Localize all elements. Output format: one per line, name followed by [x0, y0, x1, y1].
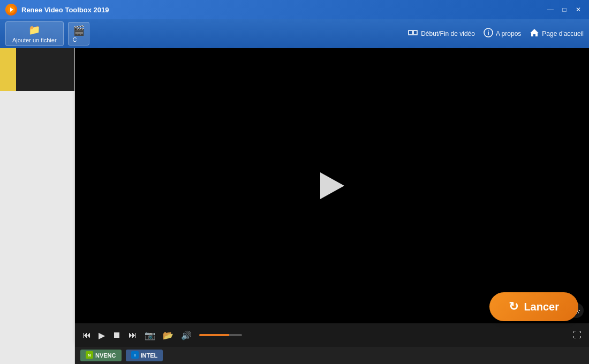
skip-forward-button[interactable]: ⏭: [126, 328, 139, 342]
lancer-label: Lancer: [524, 301, 559, 313]
skip-back-button[interactable]: ⏮: [80, 328, 93, 342]
add-file-icon: 📁: [28, 24, 40, 36]
apropos-label: A propos: [496, 30, 521, 37]
left-panel: Common Video ▶ Common Audio ▶ HD Vidéo ▶…: [0, 48, 75, 364]
toolbar: 📁 Ajouter un fichier 🎬 C Début/Fin de vi…: [0, 19, 589, 48]
nvenc-badge[interactable]: N NVENC: [80, 350, 122, 361]
intel-badge[interactable]: i INTEL: [126, 350, 163, 361]
add-file-button[interactable]: 📁 Ajouter un fichier: [5, 21, 64, 46]
volume-button[interactable]: 🔊: [179, 328, 194, 343]
convert-icon: 🎬: [73, 25, 85, 36]
app-title: Renee Video Toolbox 2019: [21, 6, 545, 14]
svg-text:N: N: [88, 353, 91, 358]
maximize-button[interactable]: □: [559, 4, 570, 15]
debut-fin-label: Début/Fin de vidéo: [421, 30, 475, 37]
video-area: [75, 48, 589, 323]
gpu-bar: N NVENC i INTEL: [75, 347, 589, 364]
svg-rect-4: [414, 31, 417, 34]
home-icon: [530, 28, 539, 40]
lancer-button[interactable]: ↻ Lancer: [489, 292, 578, 321]
intel-icon: i: [131, 351, 139, 360]
play-pause-button[interactable]: ▶: [96, 328, 107, 343]
convert-button[interactable]: 🎬 C: [68, 22, 89, 46]
play-triangle-icon: [320, 172, 344, 199]
stop-button[interactable]: ⏹: [110, 328, 123, 342]
svg-marker-7: [530, 29, 539, 36]
intel-label: INTEL: [141, 352, 158, 359]
fullscreen-button[interactable]: ⛶: [571, 328, 584, 342]
folder-button[interactable]: 📂: [161, 328, 176, 343]
apropos-button[interactable]: i A propos: [484, 28, 521, 40]
nvenc-icon: N: [86, 351, 93, 360]
titlebar: Renee Video Toolbox 2019 — □ ✕: [0, 0, 589, 19]
add-file-label: Ajouter un fichier: [12, 37, 57, 43]
window-controls: — □ ✕: [545, 4, 584, 15]
convert-label: C: [73, 36, 85, 43]
close-button[interactable]: ✕: [573, 4, 584, 15]
screenshot-button[interactable]: 📷: [142, 328, 157, 343]
toolbar-right: Début/Fin de vidéo i A propos Page d'acc…: [407, 28, 584, 40]
play-button[interactable]: [316, 170, 348, 202]
svg-text:i: i: [134, 353, 135, 358]
thumbnail-accent: [0, 48, 16, 91]
page-accueil-button[interactable]: Page d'accueil: [530, 28, 584, 40]
svg-text:i: i: [487, 29, 489, 36]
app-logo: [5, 4, 17, 16]
debut-fin-button[interactable]: Début/Fin de vidéo: [407, 28, 475, 39]
main-content: Common Video ▶ Common Audio ▶ HD Vidéo ▶…: [0, 48, 589, 364]
apropos-icon: i: [484, 28, 493, 40]
nvenc-label: NVENC: [95, 352, 116, 359]
right-panel: ⏮ ▶ ⏹ ⏭ 📷 📂 🔊 ⛶ N NVENC i INTEL: [75, 48, 589, 364]
volume-slider[interactable]: [199, 334, 242, 336]
minimize-button[interactable]: —: [545, 4, 556, 15]
lancer-icon: ↻: [509, 300, 518, 314]
video-controls: ⏮ ▶ ⏹ ⏭ 📷 📂 🔊 ⛶: [75, 323, 589, 347]
file-thumbnail: [0, 48, 74, 91]
page-accueil-label: Page d'accueil: [542, 30, 584, 37]
svg-rect-3: [409, 31, 412, 34]
debut-fin-icon: [407, 28, 418, 39]
